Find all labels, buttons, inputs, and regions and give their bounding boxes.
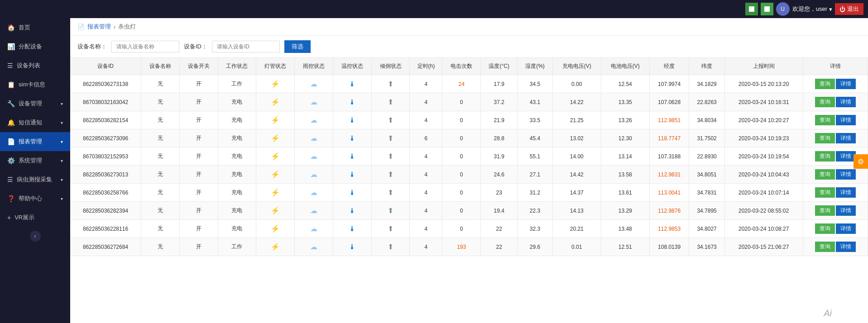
- col-header-9: 电击次数: [442, 58, 481, 75]
- sidebar-label-8: 病虫测报采集: [17, 176, 52, 184]
- lamp-icon-1: ⚡: [271, 98, 280, 106]
- cell-r4-c14: 107.3188: [649, 147, 689, 166]
- cell-r2-c1: 无: [141, 111, 180, 129]
- cell-r7-c9: 0: [442, 202, 481, 220]
- cell-r6-c9: 0: [442, 184, 481, 202]
- cell-r7-c4: ⚡: [256, 202, 295, 220]
- filter-button[interactable]: 筛选: [284, 40, 311, 53]
- detail-btn-r0[interactable]: 详情: [836, 79, 856, 89]
- detail-btn-r9[interactable]: 详情: [836, 242, 856, 252]
- cell-r7-c16: 2020-03-22 08:55:02: [724, 202, 803, 220]
- sidebar-item-7[interactable]: ⚙️ 系统管理 ▾: [0, 151, 70, 170]
- sidebar-label-2: 设备列表: [17, 62, 40, 70]
- cell-r2-c6: 🌡: [333, 111, 371, 129]
- query-btn-r4[interactable]: 查询: [815, 151, 835, 162]
- settings-fab[interactable]: ⚙: [854, 154, 868, 169]
- cell-r4-c13: 13.14: [601, 147, 649, 166]
- cell-r9-c5: ☁: [295, 238, 333, 256]
- tilt-icon-9: ⬆: [388, 243, 393, 251]
- device-name-label: 设备名称：: [77, 43, 107, 51]
- col-header-15: 纬度: [689, 58, 724, 75]
- breadcrumb-sep: ›: [114, 24, 115, 30]
- cell-r9-c15: 34.1673: [689, 238, 724, 256]
- cell-r8-c7: ⬆: [371, 220, 410, 238]
- cell-r2-c0: 862285036282154: [70, 111, 141, 129]
- tempctrl-icon-5: 🌡: [349, 171, 356, 178]
- cell-r3-c8: 6: [410, 129, 442, 147]
- sidebar-item-10[interactable]: + VR展示: [0, 208, 70, 227]
- detail-btn-r8[interactable]: 详情: [836, 223, 856, 234]
- logout-button[interactable]: ⏻ 退出: [835, 3, 863, 15]
- detail-btn-r5[interactable]: 详情: [836, 169, 856, 180]
- col-header-17: 详情: [803, 58, 868, 75]
- detail-btn-r6[interactable]: 详情: [836, 187, 856, 198]
- cell-r6-c5: ☁: [295, 184, 333, 202]
- cell-r3-c5: ☁: [295, 129, 333, 147]
- sidebar-item-5[interactable]: 🔔 短信通知 ▾: [0, 113, 70, 132]
- breadcrumb-icon: 📄: [77, 24, 85, 30]
- sidebar-item-6[interactable]: 📄 报表管理 ▾: [0, 132, 70, 151]
- user-label[interactable]: 欢迎您，user ▾: [792, 5, 832, 13]
- sidebar-item-8[interactable]: ☰ 病虫测报采集 ▾: [0, 170, 70, 189]
- topbar-btn-1[interactable]: [745, 3, 758, 15]
- cell-r8-c3: 充电: [218, 220, 256, 238]
- topbar-btn-2[interactable]: [761, 3, 773, 15]
- cell-r0-c10: 17.9: [481, 75, 518, 93]
- cell-r6-c13: 13.61: [601, 184, 649, 202]
- cell-r6-c6: 🌡: [333, 184, 371, 202]
- cell-r4-c10: 31.9: [481, 147, 518, 166]
- query-btn-r6[interactable]: 查询: [815, 187, 835, 198]
- cell-r3-c14: 118.7747: [649, 129, 689, 147]
- cell-r7-c3: 充电: [218, 202, 256, 220]
- detail-btn-r3[interactable]: 详情: [836, 133, 856, 143]
- cell-r9-c3: 工作: [218, 238, 256, 256]
- sidebar-item-3[interactable]: 📋 sim卡信息: [0, 75, 70, 94]
- rain-icon-1: ☁: [310, 98, 317, 106]
- query-btn-r9[interactable]: 查询: [815, 242, 835, 252]
- query-btn-r5[interactable]: 查询: [815, 169, 835, 180]
- lamp-icon-6: ⚡: [271, 189, 280, 196]
- sidebar-item-9[interactable]: ❓ 帮助中心 ▾: [0, 189, 70, 208]
- rain-icon-2: ☁: [310, 116, 317, 124]
- query-btn-r3[interactable]: 查询: [815, 133, 835, 143]
- cell-r1-c2: 开: [179, 93, 218, 111]
- detail-btn-r1[interactable]: 详情: [836, 97, 856, 107]
- cell-r6-c3: 充电: [218, 184, 256, 202]
- query-btn-r7[interactable]: 查询: [815, 205, 835, 216]
- cell-r8-c8: 4: [410, 220, 442, 238]
- sidebar-label-10: VR展示: [14, 214, 34, 222]
- device-id-input[interactable]: [212, 41, 280, 52]
- query-btn-r2[interactable]: 查询: [815, 115, 835, 125]
- breadcrumb-parent[interactable]: 报表管理: [87, 23, 111, 31]
- cell-r9-c0: 862285036272684: [70, 238, 141, 256]
- col-header-11: 湿度(%): [518, 58, 552, 75]
- cell-r7-c0: 862285036282394: [70, 202, 141, 220]
- query-btn-r8[interactable]: 查询: [815, 223, 835, 234]
- col-header-2: 设备开关: [179, 58, 218, 75]
- col-header-14: 经度: [649, 58, 689, 75]
- cell-r8-c0: 862285036228116: [70, 220, 141, 238]
- cell-r3-c10: 28.8: [481, 129, 518, 147]
- query-btn-r0[interactable]: 查询: [815, 79, 835, 89]
- cell-r5-c2: 开: [179, 166, 218, 184]
- col-header-16: 上报时间: [724, 58, 803, 75]
- cell-r2-c15: 34.8034: [689, 111, 724, 129]
- sidebar-item-0[interactable]: 🏠 首页: [0, 18, 70, 37]
- cell-r3-c6: 🌡: [333, 129, 371, 147]
- detail-btn-r2[interactable]: 详情: [836, 115, 856, 125]
- device-name-input[interactable]: [111, 41, 179, 52]
- sidebar-item-4[interactable]: 🔧 设备管理 ▾: [0, 94, 70, 113]
- detail-btn-r4[interactable]: 详情: [836, 151, 856, 162]
- cell-r7-c5: ☁: [295, 202, 333, 220]
- table-row: 862285036228116无开充电⚡☁🌡⬆402232.320.2113.4…: [70, 220, 868, 238]
- query-btn-r1[interactable]: 查询: [815, 97, 835, 107]
- sidebar-item-1[interactable]: 📊 分配设备: [0, 37, 70, 56]
- tilt-icon-5: ⬆: [388, 171, 393, 178]
- sidebar-label-7: 系统管理: [19, 157, 42, 165]
- avatar: U: [776, 2, 790, 16]
- sidebar-item-2[interactable]: ☰ 设备列表: [0, 56, 70, 75]
- tempctrl-icon-8: 🌡: [349, 225, 356, 233]
- sidebar-label-4: 设备管理: [19, 100, 42, 108]
- sidebar-collapse-btn[interactable]: ‹: [30, 231, 41, 242]
- detail-btn-r7[interactable]: 详情: [836, 205, 856, 216]
